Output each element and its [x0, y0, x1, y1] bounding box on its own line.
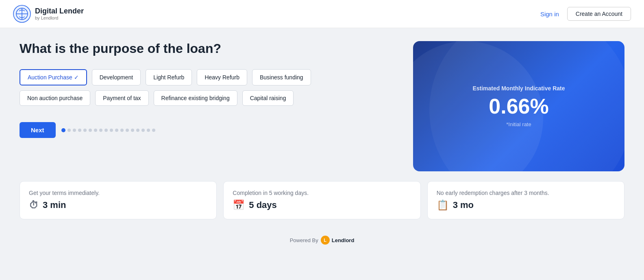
info-card: No early redemption charges after 3 mont… — [427, 181, 624, 219]
option-button[interactable]: Capital raising — [242, 90, 294, 106]
info-card-number: 3 mo — [453, 200, 474, 210]
option-button[interactable]: Non auction purchase — [20, 90, 90, 106]
progress-dot — [94, 129, 97, 132]
progress-dot — [120, 129, 124, 132]
progress-dot — [89, 129, 92, 132]
lendlord-name: Lendlord — [332, 237, 355, 243]
info-card-value: 📋 3 mo — [437, 199, 615, 211]
option-button[interactable]: Payment of tax — [95, 90, 148, 106]
option-button[interactable]: Refinance existing bridging — [154, 90, 237, 106]
create-account-button[interactable]: Create an Account — [567, 7, 631, 21]
progress-dot — [115, 129, 118, 132]
option-button[interactable]: Auction Purchase ✓ — [20, 69, 87, 85]
rate-value: 0.66% — [489, 95, 548, 118]
progress-dot — [83, 129, 87, 132]
left-panel: What is the purpose of the loan? Auction… — [20, 41, 400, 154]
logo: Digital Lender by Lendlord — [13, 5, 84, 23]
progress-dot — [67, 129, 71, 132]
footer: Powered By L Lendlord — [0, 229, 644, 251]
progress-dot — [73, 129, 76, 132]
logo-text: Digital Lender by Lendlord — [35, 7, 84, 20]
progress-dot — [131, 129, 134, 132]
options-row-2: Non auction purchasePayment of taxRefina… — [20, 90, 400, 106]
option-button[interactable]: Heavy Refurb — [197, 69, 247, 85]
logo-title: Digital Lender — [35, 7, 84, 15]
info-card: Get your terms immediately. ⏱ 3 min — [20, 181, 217, 219]
header: Digital Lender by Lendlord Sign in Creat… — [0, 0, 644, 28]
powered-by-text: Powered By — [290, 237, 318, 243]
progress-dots — [61, 128, 155, 132]
progress-dot — [61, 128, 65, 132]
logo-subtitle: by Lendlord — [35, 15, 84, 20]
info-icon: ⏱ — [29, 199, 39, 211]
option-button[interactable]: Light Refurb — [146, 69, 192, 85]
progress-dot — [141, 129, 145, 132]
rate-card: Estimated Monthly Indicative Rate 0.66% … — [413, 41, 624, 171]
progress-dot — [110, 129, 113, 132]
progress-dot — [126, 129, 129, 132]
option-button[interactable]: Business funding — [252, 69, 311, 85]
main-content: What is the purpose of the loan? Auction… — [0, 28, 644, 171]
sign-in-link[interactable]: Sign in — [540, 11, 559, 18]
right-panel: Estimated Monthly Indicative Rate 0.66% … — [413, 41, 624, 171]
info-card: Completion in 5 working days. 📅 5 days — [223, 181, 420, 219]
info-card-number: 5 days — [249, 200, 277, 210]
info-card-label: Completion in 5 working days. — [233, 190, 411, 196]
logo-icon — [13, 5, 31, 23]
info-card-label: Get your terms immediately. — [29, 190, 207, 196]
info-card-value: ⏱ 3 min — [29, 199, 207, 211]
info-card-number: 3 min — [43, 200, 66, 210]
next-button[interactable]: Next — [20, 122, 56, 138]
progress-dot — [99, 129, 102, 132]
progress-dot — [152, 129, 155, 132]
option-button[interactable]: Development — [92, 69, 141, 85]
lendlord-brand: L Lendlord — [321, 236, 355, 245]
bottom-cards: Get your terms immediately. ⏱ 3 min Comp… — [0, 171, 644, 229]
rate-label: Estimated Monthly Indicative Rate — [472, 85, 565, 92]
options-row-1: Auction Purchase ✓DevelopmentLight Refur… — [20, 69, 400, 85]
progress-dot — [136, 129, 139, 132]
progress-dot — [78, 129, 81, 132]
info-icon: 📅 — [233, 199, 245, 211]
rate-note: *Initial rate — [506, 121, 531, 127]
info-card-value: 📅 5 days — [233, 199, 411, 211]
info-icon: 📋 — [437, 199, 449, 211]
next-area: Next — [20, 122, 400, 138]
progress-dot — [104, 129, 108, 132]
lendlord-icon: L — [321, 236, 330, 245]
header-actions: Sign in Create an Account — [540, 7, 631, 21]
info-card-label: No early redemption charges after 3 mont… — [437, 190, 615, 196]
progress-dot — [147, 129, 150, 132]
question-title: What is the purpose of the loan? — [20, 41, 400, 56]
options-grid: Auction Purchase ✓DevelopmentLight Refur… — [20, 69, 400, 106]
